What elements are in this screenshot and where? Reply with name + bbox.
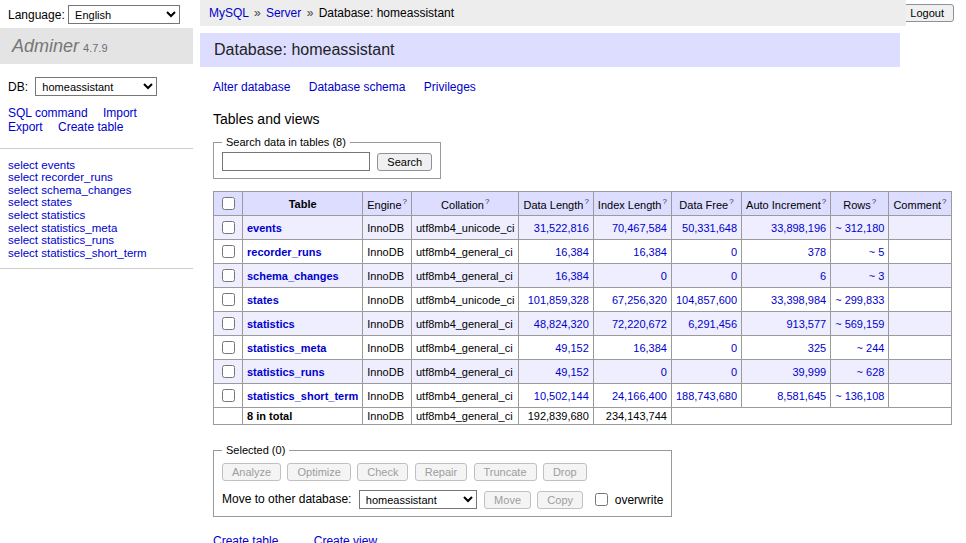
data-free-link[interactable]: 50,331,648 [682, 222, 737, 234]
table-name-link[interactable]: statistics_short_term [247, 390, 358, 402]
help-icon[interactable]: ? [485, 197, 489, 206]
sidebar-item-select-schema-changes[interactable]: select schema_changes [8, 184, 131, 196]
index-length-link[interactable]: 0 [661, 270, 667, 282]
search-button[interactable]: Search [377, 153, 432, 171]
app-version[interactable]: 4.7.9 [83, 42, 107, 54]
sidebar-item-select-events[interactable]: select events [8, 159, 75, 171]
create-table-link[interactable]: Create table [58, 120, 123, 134]
row-checkbox[interactable] [222, 221, 235, 234]
index-length-link[interactable]: 67,256,320 [612, 294, 667, 306]
auto-increment-link[interactable]: 913,577 [786, 318, 826, 330]
table-name-link[interactable]: statistics_meta [247, 342, 327, 354]
rows-count-link[interactable]: ~ 5 [869, 246, 885, 258]
privileges-link[interactable]: Privileges [424, 80, 476, 94]
auto-increment-link[interactable]: 6 [820, 270, 826, 282]
table-name-link[interactable]: recorder_runs [247, 246, 322, 258]
sidebar-item-select-recorder-runs[interactable]: select recorder_runs [8, 171, 113, 183]
app-name[interactable]: Adminer [12, 36, 79, 56]
data-length-link[interactable]: 31,522,816 [534, 222, 589, 234]
table-name-link[interactable]: statistics [247, 318, 295, 330]
table-name-link[interactable]: statistics_runs [247, 366, 325, 378]
index-length-link[interactable]: 16,384 [633, 246, 667, 258]
sidebar-item-select-states[interactable]: select states [8, 196, 72, 208]
create-table-link-main[interactable]: Create table [213, 534, 278, 543]
help-icon[interactable]: ? [662, 197, 666, 206]
help-icon[interactable]: ? [729, 197, 733, 206]
database-schema-link[interactable]: Database schema [309, 80, 406, 94]
sidebar-item-select-statistics-meta[interactable]: select statistics_meta [8, 222, 117, 234]
optimize-button[interactable]: Optimize [287, 463, 350, 481]
copy-button[interactable]: Copy [537, 491, 583, 509]
auto-increment-link[interactable]: 33,898,196 [771, 222, 826, 234]
rows-count-link[interactable]: ~ 244 [857, 342, 885, 354]
search-input[interactable] [222, 152, 370, 171]
analyze-button[interactable]: Analyze [222, 463, 281, 481]
auto-increment-link[interactable]: 325 [808, 342, 826, 354]
row-checkbox[interactable] [222, 293, 235, 306]
row-checkbox[interactable] [222, 341, 235, 354]
data-length-link[interactable]: 48,824,320 [534, 318, 589, 330]
language-select[interactable]: English [68, 5, 180, 24]
data-free-link[interactable]: 188,743,680 [676, 390, 737, 402]
table-name-link[interactable]: states [247, 294, 279, 306]
row-checkbox[interactable] [222, 389, 235, 402]
sql-command-link[interactable]: SQL command [8, 106, 88, 120]
help-icon[interactable]: ? [872, 197, 876, 206]
db-select[interactable]: homeassistant [35, 77, 157, 96]
sidebar-item-select-statistics[interactable]: select statistics [8, 209, 85, 221]
rows-count-link[interactable]: ~ 136,108 [835, 390, 884, 402]
help-icon[interactable]: ? [942, 197, 946, 206]
overwrite-checkbox[interactable] [595, 493, 608, 506]
import-link[interactable]: Import [103, 106, 137, 120]
sidebar-item-select-statistics-runs[interactable]: select statistics_runs [8, 234, 114, 246]
index-length-link[interactable]: 0 [661, 366, 667, 378]
row-checkbox[interactable] [222, 317, 235, 330]
repair-button[interactable]: Repair [415, 463, 467, 481]
auto-increment-link[interactable]: 33,398,984 [771, 294, 826, 306]
table-name-link[interactable]: events [247, 222, 282, 234]
truncate-button[interactable]: Truncate [474, 463, 537, 481]
rows-count-link[interactable]: ~ 312,180 [835, 222, 884, 234]
data-length-link[interactable]: 16,384 [555, 246, 589, 258]
column-header-table[interactable]: Table [243, 192, 363, 216]
check-button[interactable]: Check [357, 463, 408, 481]
index-length-link[interactable]: 24,166,400 [612, 390, 667, 402]
move-button[interactable]: Move [484, 491, 531, 509]
row-checkbox[interactable] [222, 365, 235, 378]
export-link[interactable]: Export [8, 120, 43, 134]
alter-database-link[interactable]: Alter database [213, 80, 290, 94]
data-length-link[interactable]: 101,859,328 [528, 294, 589, 306]
rows-count-link[interactable]: ~ 3 [869, 270, 885, 282]
drop-button[interactable]: Drop [543, 463, 587, 481]
breadcrumb-server-link[interactable]: Server [266, 6, 301, 20]
select-all-checkbox[interactable] [222, 197, 235, 210]
row-checkbox[interactable] [222, 245, 235, 258]
data-length-link[interactable]: 49,152 [555, 366, 589, 378]
create-view-link[interactable]: Create view [314, 534, 377, 543]
data-length-link[interactable]: 49,152 [555, 342, 589, 354]
auto-increment-link[interactable]: 378 [808, 246, 826, 258]
help-icon[interactable]: ? [822, 197, 826, 206]
data-free-link[interactable]: 0 [731, 366, 737, 378]
rows-count-link[interactable]: ~ 569,159 [835, 318, 884, 330]
index-length-link[interactable]: 70,467,584 [612, 222, 667, 234]
index-length-link[interactable]: 16,384 [633, 342, 667, 354]
data-free-link[interactable]: 0 [731, 270, 737, 282]
help-icon[interactable]: ? [584, 197, 588, 206]
row-checkbox[interactable] [222, 269, 235, 282]
breadcrumb-mysql-link[interactable]: MySQL [209, 6, 249, 20]
data-length-link[interactable]: 10,502,144 [534, 390, 589, 402]
data-length-link[interactable]: 16,384 [555, 270, 589, 282]
data-free-link[interactable]: 0 [731, 342, 737, 354]
data-free-link[interactable]: 6,291,456 [688, 318, 737, 330]
auto-increment-link[interactable]: 39,999 [793, 366, 827, 378]
sidebar-item-select-statistics-short-term[interactable]: select statistics_short_term [8, 247, 147, 259]
rows-count-link[interactable]: ~ 628 [857, 366, 885, 378]
rows-count-link[interactable]: ~ 299,833 [835, 294, 884, 306]
data-free-link[interactable]: 104,857,600 [676, 294, 737, 306]
index-length-link[interactable]: 72,220,672 [612, 318, 667, 330]
move-database-select[interactable]: homeassistant [359, 490, 477, 509]
data-free-link[interactable]: 0 [731, 246, 737, 258]
auto-increment-link[interactable]: 8,581,645 [777, 390, 826, 402]
help-icon[interactable]: ? [403, 197, 407, 206]
